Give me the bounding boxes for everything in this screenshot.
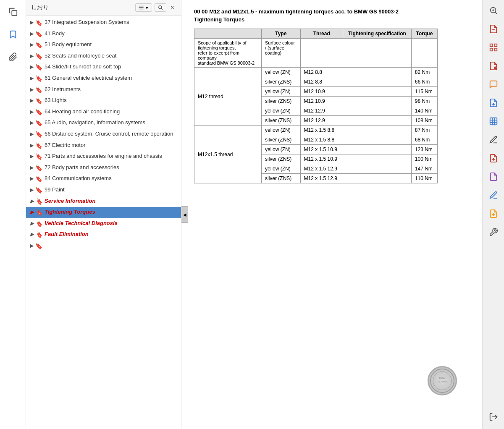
annotate-icon[interactable] xyxy=(486,132,501,148)
grid-doc-icon[interactable] xyxy=(486,113,501,129)
tree-label-63: 63 Lights xyxy=(45,97,178,104)
cell-m12-type6: silver (ZNS) xyxy=(262,116,301,126)
sidebar-panel: しおり ▼ × ▶ 🔖 37 Integrated Suspension Sys… xyxy=(26,0,181,429)
cell-m12x15-thread1: M12 x 1.5 8.8 xyxy=(300,126,343,135)
arrow-51: ▶ xyxy=(30,42,34,48)
doc-right-icon[interactable] xyxy=(486,21,501,37)
comment-icon[interactable] xyxy=(486,76,501,92)
pdf-icon[interactable] xyxy=(486,58,501,74)
svg-rect-15 xyxy=(490,44,492,47)
tree-label-99: 99 Paint xyxy=(45,186,178,194)
cell-m12x15-torque2: 68 Nm xyxy=(411,135,437,145)
arrow-37: ▶ xyxy=(30,19,34,26)
sidebar-header: しおり ▼ × xyxy=(26,0,181,16)
sidebar-close-btn[interactable]: × xyxy=(169,4,176,11)
cell-m12-spec6 xyxy=(343,116,411,126)
cell-m12x15-type4: silver (ZNS) xyxy=(262,154,301,164)
cell-m12-type3: yellow (ZN) xyxy=(262,87,301,97)
tree-label-service: Service Information xyxy=(45,197,178,205)
col-header-spec: Tightening specification xyxy=(343,29,411,39)
tree-label-tightening: Tightening Torques xyxy=(45,208,178,216)
tools-icon[interactable] xyxy=(486,224,501,240)
tree-item-service[interactable]: ▶ 🔖 Service Information xyxy=(26,196,181,207)
table-row: M12x1.5 thread yellow (ZN) M12 x 1.5 8.8… xyxy=(194,126,438,135)
tree-item-65[interactable]: ▶ 🔖 65 Audio, navigation, information sy… xyxy=(26,118,181,129)
tree-item-63[interactable]: ▶ 🔖 63 Lights xyxy=(26,95,181,107)
tree-item-tightening[interactable]: ▶ 🔖 Tightening Torques xyxy=(26,207,181,218)
cell-m12-thread5: M12 12.9 xyxy=(300,106,343,116)
arrow-52: ▶ xyxy=(30,53,34,59)
sidebar-menu-btn[interactable]: ▼ xyxy=(135,3,152,12)
tree-item-54[interactable]: ▶ 🔖 54 Slide/tilt sunroof and soft top xyxy=(26,62,181,73)
arrow-partial: ▶ xyxy=(30,243,34,249)
svg-rect-22 xyxy=(490,118,497,125)
arrow-72: ▶ xyxy=(30,165,34,171)
tree-label-71: 71 Parts and accessories for engine and … xyxy=(45,152,178,160)
tree-item-72[interactable]: ▶ 🔖 72 Body parts and accessories xyxy=(26,162,181,174)
share-icon[interactable] xyxy=(486,95,501,111)
tree-item-vtd[interactable]: ▶ 🔖 Vehicle Technical Diagnosis xyxy=(26,218,181,230)
cell-m12-torque5: 140 Nm xyxy=(411,106,437,116)
tree-item-84[interactable]: ▶ 🔖 84 Communication systems xyxy=(26,173,181,185)
tree-item-62[interactable]: ▶ 🔖 62 Instruments xyxy=(26,84,181,96)
zoom-search-icon[interactable] xyxy=(486,3,501,18)
cell-m12-spec2 xyxy=(343,77,411,87)
cell-m12x15-spec1 xyxy=(343,126,411,135)
tree-label-37: 37 Integrated Suspension Systems xyxy=(45,18,178,26)
svg-line-11 xyxy=(495,12,497,14)
tree-item-37[interactable]: ▶ 🔖 37 Integrated Suspension Systems xyxy=(26,17,181,29)
tree-item-67[interactable]: ▶ 🔖 67 Electric motor xyxy=(26,140,181,152)
cell-m12-spec3 xyxy=(343,87,411,97)
svg-line-5 xyxy=(161,8,163,10)
arrow-84: ▶ xyxy=(30,175,34,182)
cell-m12x15-spec2 xyxy=(343,135,411,145)
doc-viewer[interactable]: 00 00 M12 and M12x1.5 - maximum tighteni… xyxy=(181,0,482,429)
sidebar-collapse-btn[interactable]: ◀ xyxy=(181,206,188,223)
bookmark-icon-tightening: 🔖 xyxy=(35,209,42,217)
tree-item-64[interactable]: ▶ 🔖 64 Heating and air conditioning xyxy=(26,107,181,118)
tree-item-51[interactable]: ▶ 🔖 51 Body equipment xyxy=(26,39,181,51)
tightening-torques-table: Type Thread Tightening specification Tor… xyxy=(194,29,438,183)
tree-label-54: 54 Slide/tilt sunroof and soft top xyxy=(45,63,178,71)
svg-text:GS 90003: GS 90003 xyxy=(438,380,447,383)
list-view-icon[interactable] xyxy=(486,39,501,55)
tree-label-66: 66 Distance system, Cruise control, remo… xyxy=(45,130,178,138)
cell-thread-h xyxy=(300,39,343,68)
tree-item-fault[interactable]: ▶ 🔖 Fault Elimination xyxy=(26,229,181,241)
tree-item-partial[interactable]: ▶ 🔖 xyxy=(26,241,181,252)
cell-torque-h xyxy=(411,39,437,68)
copy-icon[interactable] xyxy=(5,4,21,19)
tree-label-64: 64 Heating and air conditioning xyxy=(45,108,178,115)
tree-item-61[interactable]: ▶ 🔖 61 General vehicle electrical system xyxy=(26,73,181,84)
exit-icon[interactable] xyxy=(486,409,501,425)
cell-m12x15-torque1: 87 Nm xyxy=(411,126,437,135)
pen-icon[interactable] xyxy=(486,187,501,203)
cell-m12-spec4 xyxy=(343,97,411,106)
bookmark-icon-84: 🔖 xyxy=(35,175,42,183)
sidebar-search-btn[interactable] xyxy=(155,3,166,12)
col-header-thread: Thread xyxy=(300,29,343,39)
bookmark-icon-37: 🔖 xyxy=(35,19,42,27)
tree-item-66[interactable]: ▶ 🔖 66 Distance system, Cruise control, … xyxy=(26,129,181,140)
tree-item-99[interactable]: ▶ 🔖 99 Paint xyxy=(26,185,181,196)
cell-m12-thread4: M12 10.9 xyxy=(300,97,343,106)
bookmark-nav-icon[interactable] xyxy=(5,27,21,42)
export-yellow-icon[interactable] xyxy=(486,206,501,222)
cell-m12x15-thread4: M12 x 1.5 10.9 xyxy=(300,154,343,164)
tree-label-vtd: Vehicle Technical Diagnosis xyxy=(45,220,178,227)
cell-m12-thread6: M12 12.9 xyxy=(300,116,343,126)
cell-m12x15-thread6: M12 x 1.5 12.9 xyxy=(300,174,343,183)
tree-item-41[interactable]: ▶ 🔖 41 Body xyxy=(26,29,181,40)
doc-purple-icon[interactable] xyxy=(486,169,501,185)
doc-header-line2: Tightening Torques xyxy=(194,16,470,23)
tree-item-71[interactable]: ▶ 🔖 71 Parts and accessories for engine … xyxy=(26,151,181,162)
bookmark-icon-51: 🔖 xyxy=(35,41,42,50)
save-doc-icon[interactable] xyxy=(486,150,501,166)
cell-m12x15-thread3: M12 x 1.5 10.9 xyxy=(300,145,343,154)
cell-m12x15-torque6: 110 Nm xyxy=(411,174,437,183)
bookmark-icon-72: 🔖 xyxy=(35,164,42,173)
bookmark-icon-99: 🔖 xyxy=(35,186,42,195)
attachment-icon[interactable] xyxy=(5,50,21,65)
tree-item-52[interactable]: ▶ 🔖 52 Seats and motorcycle seat xyxy=(26,51,181,62)
bookmark-icon-partial: 🔖 xyxy=(35,242,42,251)
